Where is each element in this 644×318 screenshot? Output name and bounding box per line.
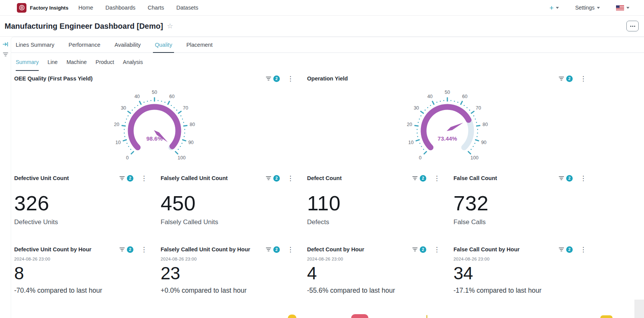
card-menu-button[interactable]: ⋮ [140, 246, 148, 253]
card-menu-button[interactable]: ⋮ [432, 246, 441, 253]
svg-text:98.6%: 98.6% [146, 135, 163, 142]
filter-count-badge: 2 [127, 246, 133, 253]
card-operation-yield: Operation Yield 2 ⋮ 01020304050607080901… [307, 74, 588, 165]
more-options-button[interactable] [626, 21, 639, 31]
card-menu-button[interactable]: ⋮ [286, 175, 295, 182]
stat-value: 110 [307, 193, 441, 213]
stat-label: Falsely Called Units [161, 218, 295, 226]
card-header: Falsely Called Unit Count by Hour 2 ⋮ [161, 245, 295, 254]
comparison-text: -55.6% compared to last hour [307, 287, 441, 295]
card-menu-button[interactable]: ⋮ [286, 75, 295, 82]
filter-icon [559, 175, 564, 181]
timestamp: 2024-08-26 23:00 [307, 257, 441, 261]
timestamp: 2024-08-26 23:00 [14, 257, 148, 261]
filter-count-badge: 2 [566, 246, 573, 253]
add-button[interactable]: + [549, 4, 559, 11]
card-header: Defective Unit Count by Hour 2 ⋮ [14, 245, 148, 254]
subtab-summary[interactable]: Summary [16, 53, 39, 71]
us-flag-icon [616, 5, 624, 10]
page-title: Manufacturing Engineer Dashboard [Demo] [5, 22, 163, 31]
filter-count-badge: 2 [420, 175, 426, 182]
card-header: Falsely Called Unit Count 2 ⋮ [161, 174, 295, 183]
expand-panel-icon[interactable] [3, 41, 8, 47]
stat-value: 34 [453, 264, 588, 282]
filter-count-badge: 2 [127, 175, 133, 182]
filter-button[interactable]: 2 [119, 246, 133, 253]
svg-text:60: 60 [462, 94, 467, 99]
card-title: Falsely Called Unit Count by Hour [161, 246, 266, 252]
filter-button[interactable]: 2 [266, 75, 280, 82]
filter-button[interactable]: 2 [559, 246, 573, 253]
partial-next-row-shape [426, 315, 427, 318]
filter-button[interactable]: 2 [266, 175, 280, 182]
svg-text:80: 80 [483, 122, 488, 127]
filter-icon [266, 247, 271, 252]
nav-item-dashboards[interactable]: Dashboards [105, 5, 135, 11]
nav-item-home[interactable]: Home [78, 5, 93, 11]
filter-button[interactable]: 2 [119, 175, 133, 182]
favorite-star-button[interactable]: ☆ [167, 23, 173, 30]
svg-text:80: 80 [190, 122, 195, 127]
card-title: OEE Quality (First Pass Yield) [14, 75, 266, 82]
settings-button[interactable]: Settings [575, 5, 600, 11]
tab-placement[interactable]: Placement [186, 37, 213, 52]
tab-performance[interactable]: Performance [69, 37, 100, 52]
settings-label: Settings [575, 5, 595, 11]
language-selector[interactable] [616, 5, 629, 10]
tab-quality[interactable]: Quality [155, 37, 172, 52]
svg-text:10: 10 [408, 140, 414, 145]
filter-icon [412, 247, 418, 252]
filter-button[interactable]: 2 [266, 246, 280, 253]
svg-text:20: 20 [114, 122, 119, 127]
filter-button[interactable]: 2 [412, 175, 426, 182]
card-header: False Call Count by Hour 2 ⋮ [453, 245, 588, 254]
nav-right: + Settings [549, 4, 636, 11]
card-title: False Call Count [453, 175, 559, 181]
card-header: Defective Unit Count 2 ⋮ [14, 174, 148, 183]
chevron-down-icon [597, 7, 600, 9]
cards-grid: OEE Quality (First Pass Yield) 2 ⋮ 01020… [11, 71, 644, 313]
tab-availability[interactable]: Availability [115, 37, 141, 52]
filter-icon[interactable] [3, 52, 8, 57]
card-title: Defect Count by Hour [307, 246, 412, 252]
scrollbar-track[interactable] [634, 300, 644, 318]
subtab-product[interactable]: Product [95, 53, 114, 71]
filter-count-badge: 2 [273, 246, 280, 253]
svg-text:90: 90 [481, 140, 486, 145]
card-menu-button[interactable]: ⋮ [432, 175, 441, 182]
partial-next-row-shape [600, 315, 613, 318]
nav-item-datasets[interactable]: Datasets [176, 5, 198, 11]
filter-button[interactable]: 2 [559, 75, 573, 82]
subtab-line[interactable]: Line [48, 53, 58, 71]
card-menu-button[interactable]: ⋮ [579, 246, 588, 253]
filter-count-badge: 2 [273, 75, 280, 82]
filter-button[interactable]: 2 [559, 175, 573, 182]
svg-text:90: 90 [188, 140, 194, 145]
svg-text:40: 40 [135, 94, 140, 99]
svg-text:70: 70 [183, 105, 188, 111]
svg-text:0: 0 [126, 155, 129, 161]
svg-text:10: 10 [115, 140, 121, 145]
svg-text:0: 0 [419, 155, 422, 161]
filter-count-badge: 2 [566, 75, 573, 82]
subtab-analysis[interactable]: Analysis [123, 53, 143, 71]
comparison-text: -70.4% compared to last hour [14, 287, 148, 295]
subtab-machine[interactable]: Machine [66, 53, 87, 71]
svg-text:100: 100 [470, 155, 478, 161]
dashboard-content: Lines SummaryPerformanceAvailabilityQual… [11, 37, 644, 318]
card-defect-count: Defect Count 2 ⋮ 110 Defects [307, 174, 441, 236]
card-title: Defective Unit Count [14, 175, 119, 181]
nav-item-charts[interactable]: Charts [148, 5, 164, 11]
filter-icon [119, 175, 125, 181]
filter-icon [266, 175, 271, 181]
card-menu-button[interactable]: ⋮ [579, 75, 588, 82]
card-menu-button[interactable]: ⋮ [140, 175, 148, 182]
card-menu-button[interactable]: ⋮ [286, 246, 295, 253]
filter-button[interactable]: 2 [412, 246, 426, 253]
svg-text:30: 30 [121, 105, 126, 111]
filter-icon [266, 76, 271, 81]
card-title: False Call Count by Hour [453, 246, 559, 252]
brand[interactable]: Factory Insights [17, 3, 68, 13]
tab-lines-summary[interactable]: Lines Summary [16, 37, 54, 52]
card-menu-button[interactable]: ⋮ [579, 175, 588, 182]
